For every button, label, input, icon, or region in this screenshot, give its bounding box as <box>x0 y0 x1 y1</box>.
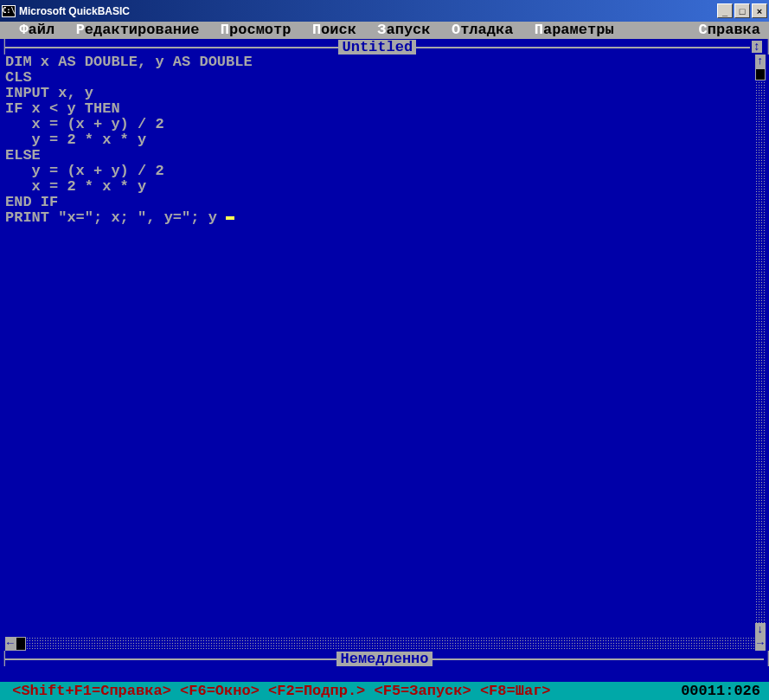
immediate-label: Немедленно <box>336 652 432 666</box>
menu-run[interactable]: Запуск <box>375 22 432 37</box>
code-line: ELSE <box>5 148 750 164</box>
titlebar[interactable]: C:\ Microsoft QuickBASIC _ □ × <box>0 0 769 22</box>
immediate-title-divider: │ Немедленно │ <box>0 651 769 666</box>
code-line: y = 2 * x * y <box>5 132 750 148</box>
maximize-button[interactable]: □ <box>734 3 750 18</box>
editor-title-divider: │ Untitled ↕ │ <box>0 39 769 55</box>
close-button[interactable]: × <box>752 3 767 18</box>
app-window: C:\ Microsoft QuickBASIC _ □ × Файл Реда… <box>0 0 769 700</box>
code-line: CLS <box>5 70 750 86</box>
code-line: IF x < y THEN <box>5 101 750 117</box>
scroll-up-icon[interactable]: ↑ <box>755 55 766 68</box>
minimize-button[interactable]: _ <box>717 3 733 18</box>
code-line: END IF <box>5 195 750 210</box>
menu-debug[interactable]: Отладка <box>450 22 515 37</box>
code-line: x = (x + y) / 2 <box>5 117 750 132</box>
titlebar-text: Microsoft QuickBASIC <box>19 5 717 17</box>
code-editor[interactable]: DIM x AS DOUBLE, y AS DOUBLECLSINPUT x, … <box>0 55 755 637</box>
code-line: INPUT x, y <box>5 86 750 101</box>
hscroll-thumb[interactable] <box>16 637 26 651</box>
menubar: Файл Редактирование Просмотр Поиск Запус… <box>0 22 769 39</box>
scroll-right-icon[interactable]: → <box>755 637 766 651</box>
menu-help[interactable]: Справка <box>697 22 769 37</box>
dos-screen: Файл Редактирование Просмотр Поиск Запус… <box>0 22 769 700</box>
scroll-left-icon[interactable]: ← <box>5 637 16 651</box>
menu-view[interactable]: Просмотр <box>219 22 293 37</box>
hint-help: <Shift+F1=Справка> <box>12 684 171 698</box>
vertical-scrollbar[interactable]: ↑ ↓ <box>755 55 766 637</box>
code-line: PRINT "x="; x; ", y="; y <box>5 210 750 226</box>
menu-edit[interactable]: Редактирование <box>74 22 202 37</box>
code-line: DIM x AS DOUBLE, y AS DOUBLE <box>5 55 750 70</box>
code-line: y = (x + y) / 2 <box>5 164 750 179</box>
code-line: x = 2 * x * y <box>5 179 750 195</box>
hint-step: <F8=Шаг> <box>480 684 551 698</box>
menu-search[interactable]: Поиск <box>311 22 358 37</box>
immediate-window[interactable] <box>0 666 769 682</box>
editor-filename: Untitled <box>338 40 416 55</box>
hint-sub: <F2=Подпр.> <box>268 684 365 698</box>
cursor-position: 00011:026 <box>681 684 766 698</box>
hscroll-track[interactable] <box>16 637 755 651</box>
menu-file[interactable]: Файл <box>17 22 56 37</box>
statusbar: <Shift+F1=Справка> <F6=Окно> <F2=Подпр.>… <box>0 682 769 700</box>
menu-options[interactable]: Параметры <box>533 22 616 37</box>
text-cursor <box>226 216 234 220</box>
app-icon: C:\ <box>2 5 16 17</box>
hint-window: <F6=Окно> <box>180 684 260 698</box>
horizontal-scrollbar[interactable]: ← → <box>5 637 766 651</box>
vscroll-thumb[interactable] <box>755 68 766 80</box>
window-max-icon[interactable]: ↕ <box>752 41 762 53</box>
hint-run: <F5=Запуск> <box>375 684 471 698</box>
scroll-down-icon[interactable]: ↓ <box>755 623 766 637</box>
vscroll-track[interactable] <box>755 68 766 623</box>
